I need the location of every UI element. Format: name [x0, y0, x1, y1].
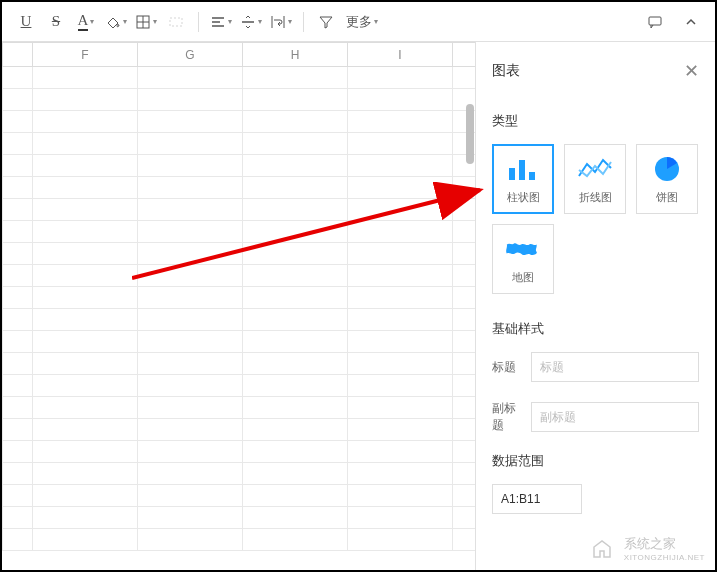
- border-button[interactable]: ▾: [132, 8, 160, 36]
- subtitle-label: 副标题: [492, 400, 519, 434]
- type-label: 地图: [512, 270, 534, 285]
- border-icon: [135, 14, 151, 30]
- column-header[interactable]: [3, 43, 33, 67]
- more-button[interactable]: 更多 ▾: [346, 13, 378, 31]
- pie-chart-icon: [649, 154, 685, 184]
- subtitle-input[interactable]: [531, 402, 699, 432]
- expand-button[interactable]: [677, 8, 705, 36]
- line-chart-icon: [577, 154, 613, 184]
- type-label: 折线图: [579, 190, 612, 205]
- type-label: 饼图: [656, 190, 678, 205]
- bar-chart-icon: [505, 154, 541, 184]
- align-horizontal-button[interactable]: ▾: [207, 8, 235, 36]
- align-icon: [210, 14, 226, 30]
- column-header-i[interactable]: I: [348, 43, 453, 67]
- svg-rect-3: [170, 18, 182, 26]
- align-vertical-button[interactable]: ▾: [237, 8, 265, 36]
- type-label: 柱状图: [507, 190, 540, 205]
- chart-type-bar[interactable]: 柱状图: [492, 144, 554, 214]
- strikethrough-button[interactable]: S: [42, 8, 70, 36]
- type-section-label: 类型: [492, 112, 699, 130]
- title-label: 标题: [492, 359, 519, 376]
- paint-bucket-icon: [105, 14, 121, 30]
- chart-type-map[interactable]: 地图: [492, 224, 554, 294]
- svg-rect-12: [519, 160, 525, 180]
- range-label: 数据范围: [492, 452, 699, 470]
- chart-type-line[interactable]: 折线图: [564, 144, 626, 214]
- close-button[interactable]: ✕: [684, 60, 699, 82]
- column-header-h[interactable]: H: [243, 43, 348, 67]
- chart-type-pie[interactable]: 饼图: [636, 144, 698, 214]
- merge-icon: [168, 14, 184, 30]
- column-header-j[interactable]: J: [453, 43, 476, 67]
- wrap-icon: [270, 14, 286, 30]
- style-section-label: 基础样式: [492, 320, 699, 338]
- svg-rect-13: [529, 172, 535, 180]
- svg-rect-11: [509, 168, 515, 180]
- toolbar: U S A▾ ▾ ▾ ▾ ▾ ▾ 更多 ▾: [2, 2, 715, 42]
- panel-title: 图表: [492, 62, 520, 80]
- range-input[interactable]: [492, 484, 582, 514]
- comment-icon: [647, 14, 663, 30]
- spreadsheet-grid[interactable]: F G H I J: [2, 42, 475, 570]
- separator: [198, 12, 199, 32]
- column-header-f[interactable]: F: [33, 43, 138, 67]
- filter-button[interactable]: [312, 8, 340, 36]
- comment-button[interactable]: [641, 8, 669, 36]
- wrap-button[interactable]: ▾: [267, 8, 295, 36]
- title-input[interactable]: [531, 352, 699, 382]
- underline-button[interactable]: U: [12, 8, 40, 36]
- svg-rect-10: [649, 17, 661, 25]
- column-header-g[interactable]: G: [138, 43, 243, 67]
- chevron-up-icon: [683, 14, 699, 30]
- filter-icon: [318, 14, 334, 30]
- more-label: 更多: [346, 13, 372, 31]
- merge-button[interactable]: [162, 8, 190, 36]
- font-color-button[interactable]: A▾: [72, 8, 100, 36]
- fill-color-button[interactable]: ▾: [102, 8, 130, 36]
- chart-panel: 图表 ✕ 类型 柱状图 折线图 饼图: [475, 42, 715, 570]
- valign-icon: [240, 14, 256, 30]
- separator: [303, 12, 304, 32]
- scrollbar-thumb[interactable]: [466, 104, 474, 164]
- map-chart-icon: [505, 234, 541, 264]
